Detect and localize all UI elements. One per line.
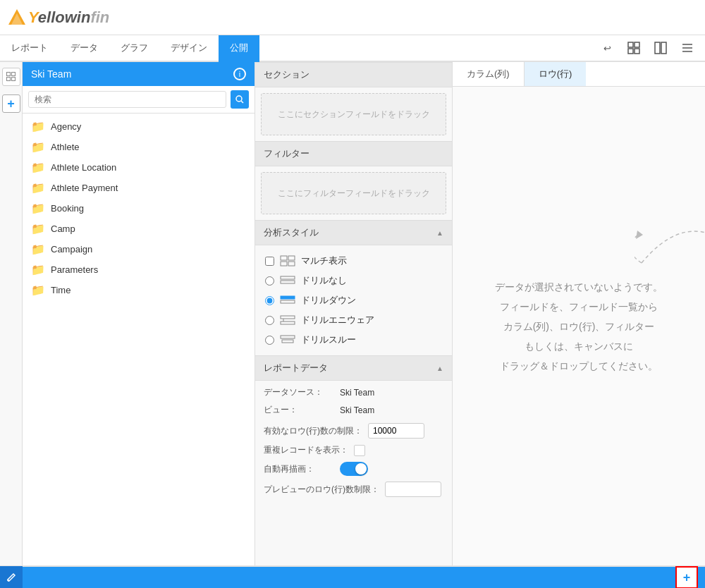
edit-button[interactable] (0, 566, 23, 588)
no-drill-radio[interactable] (265, 276, 274, 286)
svg-marker-31 (636, 231, 643, 239)
filter-header: フィルター (255, 141, 452, 166)
svg-rect-20 (288, 262, 295, 266)
analysis-anywhere[interactable]: ドリルエニウェア (255, 310, 452, 330)
svg-rect-29 (282, 340, 293, 343)
section-drop-area[interactable]: ここにセクションフィールドをドラック (261, 93, 446, 135)
svg-rect-13 (6, 78, 10, 81)
preview-rows-label: プレビューのロウ(行)数制限： (264, 484, 379, 496)
folder-parameters[interactable]: 📁 Parameters (23, 259, 255, 280)
no-drill-icon (280, 276, 295, 286)
through-label: ドリルスルー (301, 333, 356, 346)
folder-icon-time: 📁 (31, 283, 45, 297)
preview-rows-row: プレビューのロウ(行)数制限： (264, 482, 443, 497)
folder-agency[interactable]: 📁 Agency (23, 116, 255, 137)
filter-drop-text: ここにフィルターフィールドをドラック (278, 188, 430, 200)
no-drill-label: ドリルなし (301, 274, 347, 287)
folder-label-time: Time (51, 285, 70, 295)
svg-rect-21 (281, 276, 295, 279)
right-panel: カラム(列) ロウ(行) データが選択されていないようです。フィールドを、フィー… (453, 62, 705, 565)
folder-label-athlete-payment: Athlete Payment (51, 183, 118, 193)
list-icon-btn[interactable] (677, 38, 698, 58)
add-tab-button[interactable]: + (675, 566, 698, 588)
preview-rows-input[interactable] (385, 482, 441, 497)
analysis-through[interactable]: ドリルスルー (255, 330, 452, 350)
max-rows-input[interactable] (368, 423, 424, 439)
svg-rect-23 (281, 296, 295, 299)
auto-redraw-toggle[interactable] (340, 462, 368, 476)
folder-label-camp: Camp (51, 223, 75, 234)
svg-rect-25 (281, 316, 295, 319)
tab-publish[interactable]: 公開 (219, 35, 259, 62)
folder-campaign[interactable]: 📁 Campaign (23, 239, 255, 259)
folder-time[interactable]: 📁 Time (23, 280, 255, 300)
grid-sidebar-btn[interactable] (2, 68, 20, 86)
tab-design[interactable]: デザイン (159, 35, 219, 62)
undo-button[interactable]: ↩ (596, 38, 618, 58)
show-dupes-checkbox[interactable] (354, 445, 365, 456)
show-dupes-row: 重複レコードを表示： (264, 444, 443, 456)
view-label: ビュー： (264, 404, 334, 416)
panel-header: Ski Team i (23, 62, 255, 86)
svg-rect-7 (661, 42, 666, 54)
svg-rect-5 (634, 49, 639, 54)
sidebar-grid-icon (6, 72, 16, 82)
svg-rect-4 (628, 49, 633, 54)
multi-icon (280, 255, 295, 267)
filter-label: フィルター (264, 147, 309, 160)
folder-athlete-location[interactable]: 📁 Athlete Location (23, 157, 255, 178)
logo-y: Y (28, 8, 38, 26)
svg-rect-18 (288, 256, 295, 260)
multi-label: マルチ表示 (301, 255, 347, 267)
folder-label-campaign: Campaign (51, 244, 92, 255)
anywhere-label: ドリルエニウェア (301, 314, 374, 326)
tab-report[interactable]: レポート (0, 35, 59, 62)
col-tab[interactable]: カラム(列) (453, 62, 525, 86)
search-button[interactable] (231, 90, 249, 109)
folder-athlete[interactable]: 📁 Athlete (23, 137, 255, 157)
folder-icon-athlete: 📁 (31, 140, 45, 154)
bottom-bar: + (0, 565, 705, 588)
logo: Yellowin fin (7, 8, 109, 27)
multi-checkbox[interactable] (265, 257, 274, 266)
col-row-tabs: カラム(列) ロウ(行) (453, 62, 705, 87)
report-data-section: データソース： Ski Team ビュー： Ski Team 有効なロウ(行)数… (255, 381, 452, 508)
drilldown-radio[interactable] (265, 296, 274, 305)
datasource-value: Ski Team (340, 388, 374, 398)
svg-rect-24 (281, 300, 295, 303)
search-input[interactable] (28, 91, 226, 108)
tab-data[interactable]: データ (59, 35, 109, 62)
analysis-drilldown[interactable]: ドリルダウン (255, 290, 452, 310)
main-area: + Ski Team i 📁 Agency 📁 Athlete (0, 62, 705, 565)
through-radio[interactable] (265, 336, 274, 345)
grid-icon-btn[interactable] (623, 38, 644, 58)
list-icon (681, 43, 694, 53)
folder-icon-agency: 📁 (31, 120, 45, 133)
folder-label-athlete-location: Athlete Location (51, 162, 116, 173)
max-rows-label: 有効なロウ(行)数の制限： (264, 425, 362, 437)
folder-camp[interactable]: 📁 Camp (23, 219, 255, 239)
folder-label-booking: Booking (51, 203, 84, 214)
folder-booking[interactable]: 📁 Booking (23, 198, 255, 219)
row-tab[interactable]: ロウ(行) (525, 62, 587, 86)
folder-icon-booking: 📁 (31, 202, 45, 215)
through-icon (280, 335, 295, 345)
analysis-multi[interactable]: マルチ表示 (255, 251, 452, 271)
columns-icon-btn[interactable] (650, 38, 671, 58)
analysis-label: 分析スタイル (264, 226, 319, 239)
folder-icon-parameters: 📁 (31, 263, 45, 276)
section-drop-text: ここにセクションフィールドをドラック (278, 109, 430, 121)
drilldown-label: ドリルダウン (301, 294, 356, 307)
svg-rect-11 (6, 73, 10, 76)
folder-athlete-payment[interactable]: 📁 Athlete Payment (23, 178, 255, 198)
logo-icon (7, 8, 27, 27)
auto-redraw-row: 自動再描画： (264, 462, 443, 476)
tab-graph[interactable]: グラフ (109, 35, 159, 62)
info-icon[interactable]: i (233, 68, 246, 80)
logo-text: Yellowin (28, 8, 90, 27)
analysis-no-drill[interactable]: ドリルなし (255, 271, 452, 290)
add-sidebar-btn[interactable]: + (2, 94, 20, 113)
anywhere-radio[interactable] (265, 316, 274, 325)
datasource-row: データソース： Ski Team (264, 386, 443, 398)
filter-drop-area[interactable]: ここにフィルターフィールドをドラック (261, 172, 446, 214)
